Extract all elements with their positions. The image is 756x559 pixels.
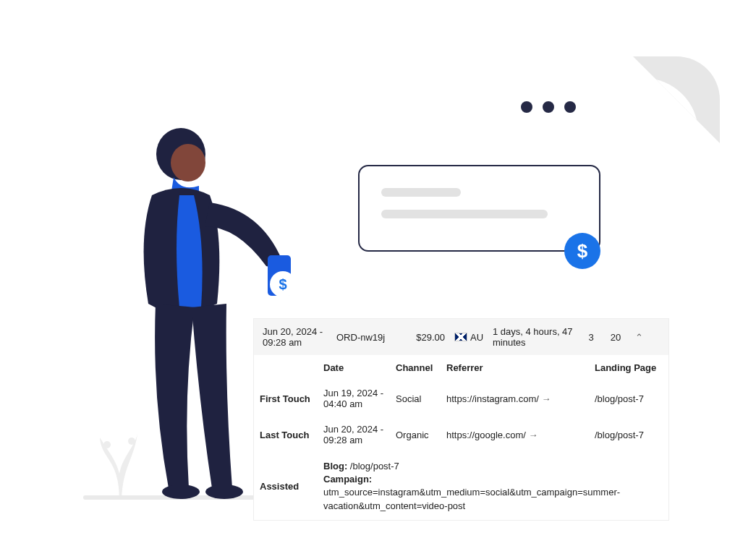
window-dot bbox=[543, 101, 554, 113]
last-touch-channel: Organic bbox=[390, 417, 441, 453]
campaign-value: utm_source=instagram&utm_medium=social&u… bbox=[323, 487, 620, 511]
collapse-toggle[interactable]: ⌃ bbox=[630, 332, 647, 343]
last-touch-referrer: https://google.com/ → bbox=[441, 417, 589, 453]
table-header-row: Date Channel Referrer Landing Page bbox=[254, 355, 668, 380]
col-landing: Landing Page bbox=[589, 355, 668, 380]
dollar-symbol: $ bbox=[577, 240, 587, 263]
campaign-label: Campaign: bbox=[323, 474, 372, 485]
order-summary-row[interactable]: Jun 20, 2024 - 09:28 am ORD-nw19j $29.00… bbox=[254, 319, 668, 355]
arrow-right-icon: → bbox=[528, 430, 538, 440]
order-attribution-panel: Jun 20, 2024 - 09:28 am ORD-nw19j $29.00… bbox=[253, 318, 669, 521]
last-touch-landing: /blog/post-7 bbox=[589, 417, 668, 453]
order-duration: 1 days, 4 hours, 47 minutes bbox=[493, 326, 577, 348]
dollar-badge-icon: $ bbox=[564, 233, 600, 269]
order-date: Jun 20, 2024 - 09:28 am bbox=[263, 326, 332, 348]
window-controls bbox=[521, 101, 576, 113]
first-touch-row: First Touch Jun 19, 2024 - 04:40 am Soci… bbox=[254, 380, 668, 417]
col-date: Date bbox=[318, 355, 390, 380]
svg-point-6 bbox=[103, 441, 111, 448]
window-dot bbox=[521, 101, 532, 113]
order-stat-1: 3 bbox=[581, 332, 601, 343]
arrow-right-icon: → bbox=[542, 393, 551, 404]
blog-value: /blog/post-7 bbox=[350, 461, 399, 471]
content-card bbox=[358, 165, 600, 252]
row-label: Last Touch bbox=[254, 417, 318, 453]
order-amount: $29.00 bbox=[406, 332, 445, 343]
dollar-symbol: $ bbox=[279, 276, 286, 293]
svg-point-1 bbox=[171, 144, 205, 182]
first-touch-date: Jun 19, 2024 - 04:40 am bbox=[318, 380, 390, 417]
last-touch-date: Jun 20, 2024 - 09:28 am bbox=[318, 417, 390, 453]
assisted-details: Blog: /blog/post-7 Campaign: utm_source=… bbox=[318, 453, 668, 520]
first-touch-referrer: https://instagram.com/ → bbox=[441, 380, 589, 417]
browser-rounded-corner bbox=[633, 56, 720, 143]
window-dot bbox=[564, 101, 576, 113]
last-touch-row: Last Touch Jun 20, 2024 - 09:28 am Organ… bbox=[254, 417, 668, 453]
svg-point-4 bbox=[162, 485, 200, 499]
order-stat-2: 20 bbox=[606, 332, 626, 343]
row-label: First Touch bbox=[254, 380, 318, 417]
row-label: Assisted bbox=[254, 453, 318, 520]
placeholder-line bbox=[381, 188, 461, 197]
flag-au-icon bbox=[454, 333, 467, 341]
order-country: AU bbox=[449, 332, 488, 343]
chevron-up-icon: ⌃ bbox=[635, 332, 643, 343]
first-touch-landing: /blog/post-7 bbox=[589, 380, 668, 417]
placeholder-line bbox=[381, 210, 548, 218]
blog-label: Blog: bbox=[323, 461, 347, 471]
attribution-table: Date Channel Referrer Landing Page First… bbox=[254, 355, 668, 520]
country-code: AU bbox=[470, 332, 483, 343]
col-channel: Channel bbox=[390, 355, 441, 380]
col-referrer: Referrer bbox=[441, 355, 589, 380]
svg-point-5 bbox=[205, 485, 243, 499]
first-touch-channel: Social bbox=[390, 380, 441, 417]
phone-dollar-icon: $ bbox=[270, 271, 296, 297]
order-id: ORD-nw19j bbox=[336, 332, 402, 343]
assisted-row: Assisted Blog: /blog/post-7 Campaign: ut… bbox=[254, 453, 668, 520]
